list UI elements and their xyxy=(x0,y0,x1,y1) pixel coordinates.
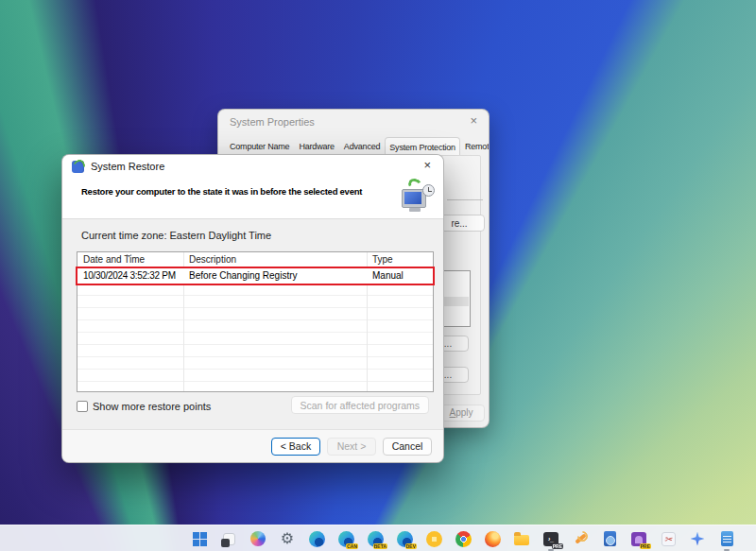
table-empty-row xyxy=(77,296,433,308)
window-title: System Properties xyxy=(230,116,315,128)
desktop-wallpaper: System Properties × Computer Name Hardwa… xyxy=(0,0,756,551)
wizard-header-text: Restore your computer to the state it wa… xyxy=(81,186,362,197)
chrome-canary-icon[interactable] xyxy=(425,530,442,547)
close-icon[interactable]: × xyxy=(423,158,431,172)
snipping-tool-icon[interactable] xyxy=(660,530,677,547)
dev-home-wrench-icon[interactable] xyxy=(572,530,589,547)
back-button[interactable]: < Back xyxy=(271,438,320,456)
table-empty-row xyxy=(77,357,433,370)
firefox-icon[interactable] xyxy=(484,530,501,547)
table-empty-row xyxy=(77,370,433,382)
taskbar: CAN BETA DEV PRE PRE xyxy=(0,525,756,551)
system-restore-icon xyxy=(72,161,84,173)
table-empty-row xyxy=(77,345,433,357)
edge-beta-icon[interactable]: BETA xyxy=(367,530,384,547)
start-icon[interactable] xyxy=(191,530,208,547)
edge-canary-icon[interactable]: CAN xyxy=(337,530,354,547)
wizard-header: Restore your computer to the state it wa… xyxy=(62,178,443,219)
scan-affected-programs-button[interactable]: Scan for affected programs xyxy=(291,396,429,414)
timezone-label: Current time zone: Eastern Daylight Time xyxy=(81,230,271,241)
cell-type: Manual xyxy=(367,268,433,284)
table-empty-row xyxy=(77,382,433,394)
chrome-icon[interactable] xyxy=(455,530,472,547)
column-header-description[interactable]: Description xyxy=(183,252,367,267)
system-restore-window: System Restore × Restore your computer t… xyxy=(61,154,444,463)
table-empty-row xyxy=(77,333,433,345)
badge: BETA xyxy=(373,543,387,549)
close-icon[interactable]: × xyxy=(470,113,477,128)
restore-points-table[interactable]: Date and Time Description Type 10/30/202… xyxy=(77,251,434,392)
restore-computer-clock-icon xyxy=(400,179,436,216)
window-title: System Restore xyxy=(91,161,164,172)
cancel-button[interactable]: Cancel xyxy=(383,438,432,456)
badge: PRE xyxy=(640,543,651,549)
copilot-sparkle-icon[interactable] xyxy=(689,530,706,547)
edge-dev-icon[interactable]: DEV xyxy=(396,530,413,547)
table-empty-row xyxy=(77,308,433,320)
cell-description: Before Changing Registry xyxy=(183,268,367,284)
separator xyxy=(447,199,483,200)
settings-gear-icon[interactable] xyxy=(279,530,296,547)
column-header-type[interactable]: Type xyxy=(367,252,433,267)
tab-remote[interactable]: Remote xyxy=(460,137,490,156)
tab-advanced[interactable]: Advanced xyxy=(339,137,385,156)
badge: DEV xyxy=(405,543,417,549)
column-header-date[interactable]: Date and Time xyxy=(77,252,183,267)
tab-computer-name[interactable]: Computer Name xyxy=(225,137,294,156)
terminal-preview-icon[interactable]: PRE xyxy=(542,530,559,547)
cell-date: 10/30/2024 3:52:32 PM xyxy=(77,268,183,284)
table-header-row: Date and Time Description Type xyxy=(77,252,433,268)
notepad-icon[interactable] xyxy=(718,530,735,547)
taskbar-icon-row: CAN BETA DEV PRE PRE xyxy=(191,525,735,551)
checkbox-box[interactable] xyxy=(77,401,88,412)
badge: CAN xyxy=(346,543,358,549)
copilot-icon[interactable] xyxy=(249,530,266,547)
tab-hardware[interactable]: Hardware xyxy=(294,137,338,156)
system-restore-titlebar[interactable]: System Restore xyxy=(62,155,443,178)
table-empty-row xyxy=(77,284,433,296)
edge-icon[interactable] xyxy=(308,530,325,547)
apply-button[interactable]: Apply xyxy=(438,405,485,422)
next-button[interactable]: Next > xyxy=(327,438,376,456)
tab-strip: Computer Name Hardware Advanced System P… xyxy=(225,136,490,156)
selected-restore-point-row[interactable]: 10/30/2024 3:52:32 PM Before Changing Re… xyxy=(77,268,433,284)
badge: PRE xyxy=(552,543,563,549)
show-more-restore-points-checkbox[interactable]: Show more restore points xyxy=(77,401,211,412)
web-document-icon[interactable] xyxy=(601,530,618,547)
files-preview-icon[interactable]: PRE xyxy=(630,530,647,547)
table-empty-row xyxy=(77,320,433,333)
checkbox-label: Show more restore points xyxy=(93,401,211,412)
dialog-footer: < Back Next > Cancel xyxy=(62,429,443,462)
task-view-icon[interactable] xyxy=(220,530,237,547)
system-properties-titlebar[interactable]: System Properties xyxy=(218,110,489,134)
file-explorer-icon[interactable] xyxy=(513,530,530,547)
